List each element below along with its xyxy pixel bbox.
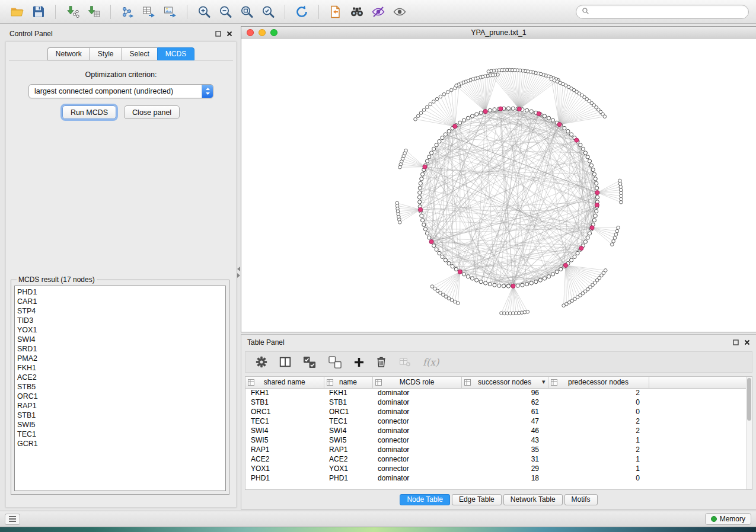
cell-mcds-role[interactable]: dominator xyxy=(372,426,461,435)
show-columns-button[interactable] xyxy=(279,355,292,368)
tab-network-table[interactable]: Network Table xyxy=(503,494,563,505)
zoom-in-button[interactable] xyxy=(194,2,214,21)
tab-edge-table[interactable]: Edge Table xyxy=(452,494,502,505)
import-table-button[interactable] xyxy=(84,2,104,21)
tab-motifs[interactable]: Motifs xyxy=(564,494,598,505)
import-network-button[interactable] xyxy=(62,2,82,21)
mcds-result-item[interactable]: SWI5 xyxy=(17,420,223,430)
cell-successor-nodes[interactable]: 43 xyxy=(461,435,548,445)
column-header-name[interactable]: name xyxy=(324,377,372,388)
mcds-result-item[interactable]: FKH1 xyxy=(17,363,223,373)
export-table-button[interactable] xyxy=(139,2,159,21)
cell-mcds-role[interactable]: dominator xyxy=(372,398,461,407)
mcds-result-item[interactable]: STP4 xyxy=(17,306,223,316)
table-row[interactable]: ORC1ORC1dominator610 xyxy=(245,407,752,416)
cell-name[interactable]: PHD1 xyxy=(324,473,372,483)
show-all-button[interactable] xyxy=(390,2,410,21)
mcds-result-item[interactable]: YOX1 xyxy=(17,325,223,335)
cell-mcds-role[interactable]: connector xyxy=(372,454,461,464)
cell-successor-nodes[interactable]: 96 xyxy=(461,388,548,398)
run-mcds-button[interactable]: Run MCDS xyxy=(62,105,116,119)
add-column-button[interactable] xyxy=(353,357,365,368)
criterion-select[interactable]: largest connected component (undirected) xyxy=(28,84,213,98)
cell-predecessor-nodes[interactable]: 0 xyxy=(548,398,649,407)
zoom-out-button[interactable] xyxy=(215,2,235,21)
refresh-layout-button[interactable] xyxy=(292,2,312,21)
close-table-panel-icon[interactable] xyxy=(744,339,750,345)
mcds-result-item[interactable]: STB5 xyxy=(17,382,223,392)
cell-shared-name[interactable]: ACE2 xyxy=(245,454,324,464)
float-panel-icon[interactable] xyxy=(215,31,221,37)
cell-name[interactable]: YOX1 xyxy=(324,464,372,473)
mcds-result-item[interactable]: GCR1 xyxy=(17,439,223,448)
cell-predecessor-nodes[interactable]: 1 xyxy=(548,435,649,445)
table-row[interactable]: PHD1PHD1dominator180 xyxy=(245,473,752,483)
cell-name[interactable]: ACE2 xyxy=(324,454,372,464)
mcds-result-item[interactable]: CAR1 xyxy=(17,297,223,306)
deselect-all-rows-button[interactable] xyxy=(328,355,343,369)
cell-name[interactable]: FKH1 xyxy=(324,388,372,398)
search-input[interactable] xyxy=(593,8,743,16)
tab-style[interactable]: Style xyxy=(90,47,122,60)
apply-style-button[interactable] xyxy=(326,2,346,21)
zoom-fit-button[interactable] xyxy=(237,2,257,21)
cell-predecessor-nodes[interactable]: 0 xyxy=(548,473,649,483)
mcds-result-item[interactable]: ACE2 xyxy=(17,373,223,382)
cell-shared-name[interactable]: TEC1 xyxy=(245,416,324,426)
cell-name[interactable]: STB1 xyxy=(324,398,372,407)
close-panel-icon[interactable] xyxy=(227,31,232,37)
cell-mcds-role[interactable]: dominator xyxy=(372,445,461,454)
table-row[interactable]: STB1STB1dominator620 xyxy=(245,398,752,407)
cell-successor-nodes[interactable]: 29 xyxy=(461,464,548,473)
open-file-button[interactable] xyxy=(7,2,27,21)
cell-predecessor-nodes[interactable]: 2 xyxy=(548,388,649,398)
table-row[interactable]: ACE2ACE2connector311 xyxy=(245,454,752,464)
cell-predecessor-nodes[interactable]: 2 xyxy=(548,445,649,454)
cell-mcds-role[interactable]: connector xyxy=(372,464,461,473)
share-network-button[interactable] xyxy=(117,2,138,21)
tab-node-table[interactable]: Node Table xyxy=(400,494,450,505)
table-row[interactable]: YOX1YOX1connector291 xyxy=(245,464,752,473)
cell-shared-name[interactable]: SWI5 xyxy=(245,435,324,445)
column-header-successor-nodes[interactable]: successor nodes▾ xyxy=(461,377,548,388)
tab-select[interactable]: Select xyxy=(122,47,157,60)
save-session-button[interactable] xyxy=(28,2,49,21)
table-row[interactable]: FKH1FKH1dominator962 xyxy=(245,388,752,398)
cell-predecessor-nodes[interactable]: 0 xyxy=(548,407,649,416)
cell-successor-nodes[interactable]: 31 xyxy=(461,454,548,464)
first-neighbors-button[interactable] xyxy=(347,2,367,21)
mcds-result-item[interactable]: SRD1 xyxy=(17,344,223,354)
close-mcds-panel-button[interactable]: Close panel xyxy=(124,105,180,119)
float-table-panel-icon[interactable] xyxy=(733,339,739,345)
cell-shared-name[interactable]: PHD1 xyxy=(245,473,324,483)
table-row[interactable]: SWI4SWI4dominator462 xyxy=(245,426,752,435)
table-row[interactable]: TEC1TEC1connector472 xyxy=(245,416,752,426)
memory-button[interactable]: Memory xyxy=(705,513,751,525)
cell-shared-name[interactable]: FKH1 xyxy=(245,388,324,398)
cell-name[interactable]: SWI4 xyxy=(324,426,372,435)
cell-successor-nodes[interactable]: 46 xyxy=(461,426,548,435)
mcds-result-item[interactable]: PMA2 xyxy=(17,354,223,363)
mcds-result-item[interactable]: PHD1 xyxy=(17,287,223,297)
cell-shared-name[interactable]: SWI4 xyxy=(245,426,324,435)
cell-predecessor-nodes[interactable]: 1 xyxy=(548,464,649,473)
cell-successor-nodes[interactable]: 61 xyxy=(461,407,548,416)
cell-successor-nodes[interactable]: 62 xyxy=(461,398,548,407)
expand-right-icon[interactable] xyxy=(237,273,240,278)
table-scrollbar-thumb[interactable] xyxy=(747,378,751,421)
cell-mcds-role[interactable]: dominator xyxy=(372,388,461,398)
table-row[interactable]: RAP1RAP1dominator352 xyxy=(245,445,752,454)
cell-name[interactable]: TEC1 xyxy=(324,416,372,426)
mcds-result-item[interactable]: TEC1 xyxy=(17,430,223,439)
cell-shared-name[interactable]: RAP1 xyxy=(245,445,324,454)
select-all-rows-button[interactable] xyxy=(302,355,317,369)
hide-selected-button[interactable] xyxy=(368,2,388,21)
mcds-result-item[interactable]: ORC1 xyxy=(17,392,223,401)
minimize-window-button[interactable] xyxy=(259,29,266,36)
cell-shared-name[interactable]: YOX1 xyxy=(245,464,324,473)
cell-predecessor-nodes[interactable]: 2 xyxy=(548,426,649,435)
network-canvas[interactable] xyxy=(241,39,756,332)
delete-column-button[interactable] xyxy=(375,355,387,368)
column-header-shared-name[interactable]: shared name xyxy=(245,377,324,388)
table-settings-button[interactable] xyxy=(255,355,268,368)
